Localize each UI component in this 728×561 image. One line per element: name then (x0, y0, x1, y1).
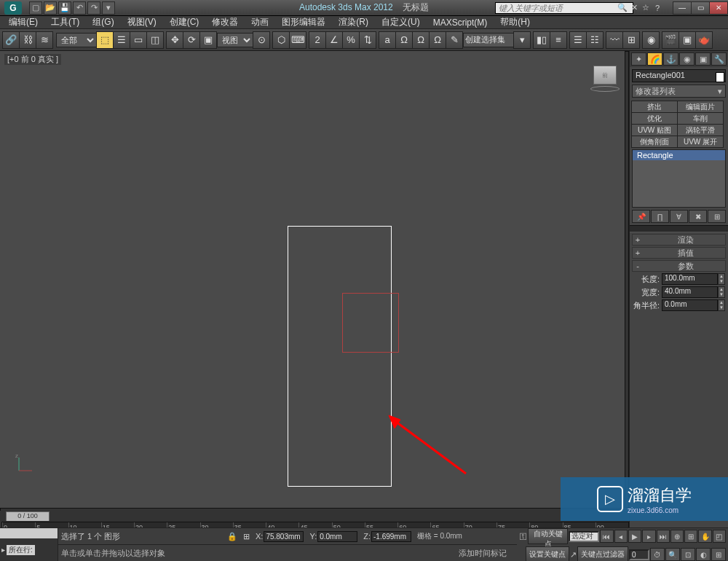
mod-optimize[interactable]: 优化 (631, 112, 678, 125)
tab-hierarchy-icon[interactable]: ⚓ (663, 52, 678, 66)
move-icon[interactable]: ✥ (166, 31, 183, 49)
render-frame-icon[interactable]: ▣ (678, 31, 696, 49)
time-slider[interactable]: 0 / 100 (6, 511, 50, 522)
tab-modify-icon[interactable]: 🌈 (647, 52, 662, 66)
keyboard-icon[interactable]: ⌨ (289, 31, 306, 49)
qat-undo-icon[interactable]: ↶ (73, 1, 86, 15)
mod-bevelprofile[interactable]: 倒角剖面 (631, 136, 678, 148)
key-icon[interactable]: ⚿ (519, 532, 527, 541)
qat-redo-icon[interactable]: ↷ (87, 1, 100, 15)
qat-dropdown-icon[interactable]: ▾ (102, 1, 115, 15)
mod-turbosmooth[interactable]: 涡轮平滑 (677, 124, 724, 136)
object-name-field[interactable]: Rectangle001 (632, 69, 726, 82)
viewport-label[interactable]: [+0 前 0 真实 ] (4, 54, 61, 65)
rollout-parameters[interactable]: -参数 (632, 260, 726, 272)
menu-create[interactable]: 创建(C) (164, 15, 205, 29)
next-frame-icon[interactable]: ▸ (642, 530, 655, 543)
link-icon[interactable]: 🔗 (2, 31, 20, 49)
selection-filter[interactable]: 全部 (56, 33, 97, 47)
snap-2d-icon[interactable]: 2 (309, 31, 326, 49)
nav7-icon[interactable]: ◐ (696, 548, 711, 561)
nav3-icon[interactable]: ✋ (698, 530, 711, 543)
corner-field[interactable]: 0.0mm (662, 299, 718, 311)
nav5-icon[interactable]: 🔍 (665, 548, 680, 561)
viewcube-compass[interactable] (590, 86, 620, 92)
rotate-icon[interactable]: ⟳ (183, 31, 200, 49)
keymode-icon[interactable]: ↗ (570, 550, 577, 560)
search-icon[interactable]: 🔍 (617, 3, 628, 13)
render-icon[interactable]: 🫖 (695, 31, 713, 49)
keyfilter-button[interactable]: 关键点过滤器 (577, 546, 628, 561)
tab-utilities-icon[interactable]: 🔧 (711, 52, 727, 66)
mod-uvwmap[interactable]: UVW 贴图 (631, 124, 678, 136)
viewport-scrollbar-v[interactable] (625, 51, 629, 508)
ref-coord-system[interactable]: 视图 (217, 33, 253, 47)
menu-graph[interactable]: 图形编辑器 (276, 15, 331, 29)
menu-modifier[interactable]: 修改器 (206, 15, 244, 29)
render-setup-icon[interactable]: 🎬 (662, 31, 679, 49)
qat-open-icon[interactable]: 📂 (44, 1, 57, 15)
menu-custom[interactable]: 自定义(U) (376, 15, 426, 29)
object-color-swatch[interactable] (716, 72, 724, 82)
z-field[interactable] (371, 531, 411, 542)
mirror-icon[interactable]: ▮▯ (533, 31, 550, 49)
window-cross-icon[interactable]: ◫ (146, 31, 164, 49)
menu-tools[interactable]: 工具(T) (45, 15, 85, 29)
length-spinner[interactable]: ▲▼ (718, 273, 725, 285)
app-icon[interactable]: G (4, 1, 22, 15)
snap-o3-icon[interactable]: Ω (429, 31, 446, 49)
scale-icon[interactable]: ▣ (199, 31, 217, 49)
prev-frame-icon[interactable]: ◂ (614, 530, 628, 543)
goto-start-icon[interactable]: ⏮ (600, 530, 613, 543)
width-spinner[interactable]: ▲▼ (718, 286, 725, 298)
menu-maxscript[interactable]: MAXScript(M) (427, 17, 494, 28)
select-name-icon[interactable]: ☰ (113, 31, 130, 49)
menu-render[interactable]: 渲染(R) (333, 15, 374, 29)
goto-end-icon[interactable]: ⏭ (657, 530, 670, 543)
tab-motion-icon[interactable]: ◉ (679, 52, 695, 66)
current-frame-field[interactable] (629, 549, 649, 560)
viewcube[interactable]: 前 (590, 66, 620, 96)
named-selection-set[interactable] (463, 33, 514, 47)
unlink-icon[interactable]: ⛓ (19, 31, 36, 49)
menu-edit[interactable]: 编辑(E) (3, 15, 44, 29)
y-field[interactable] (317, 531, 357, 542)
maximize-button[interactable]: ▭ (691, 1, 710, 15)
nav4-icon[interactable]: ◰ (713, 530, 726, 543)
setkey-button[interactable]: 设置关键点 (526, 546, 569, 561)
pivot-icon[interactable]: ⊙ (253, 31, 270, 49)
time-config-icon[interactable]: ⏱ (650, 548, 665, 561)
layer-icon[interactable]: ☰ (569, 31, 587, 49)
tab-create-icon[interactable]: ✦ (631, 52, 646, 66)
snap-o2-icon[interactable]: Ω (412, 31, 430, 49)
x-field[interactable] (264, 531, 304, 542)
snap-edit-icon[interactable]: ✎ (446, 31, 463, 49)
manipulate-icon[interactable]: ⬡ (272, 31, 290, 49)
modifier-list-dropdown[interactable]: 修改器列表 ▾ (632, 85, 726, 98)
menu-animation[interactable]: 动画 (245, 15, 274, 29)
rollout-render[interactable]: +渲染 (632, 234, 726, 246)
select-rect-icon[interactable]: ▭ (130, 31, 147, 49)
tab-display-icon[interactable]: ▣ (695, 52, 711, 66)
curve-editor-icon[interactable]: 〰 (606, 31, 623, 49)
lock-icon[interactable]: 🔒 (227, 532, 237, 541)
rollout-interpolation[interactable]: +插值 (632, 247, 726, 259)
viewport[interactable]: [+0 前 0 真实 ] 前 z (0, 51, 629, 511)
length-field[interactable]: 100.0mm (662, 273, 718, 285)
coord-toggle-icon[interactable]: ⊞ (243, 532, 250, 541)
pin-stack-icon[interactable]: 📌 (632, 210, 650, 223)
qat-new-icon[interactable]: ▢ (29, 1, 42, 15)
help-icon[interactable]: ? (652, 3, 662, 13)
mod-extrude[interactable]: 挤出 (631, 101, 678, 113)
snap-o1-icon[interactable]: Ω (395, 31, 413, 49)
close-button[interactable]: ✕ (709, 1, 728, 15)
add-time-tag[interactable]: 添加时间标记 (459, 548, 507, 559)
snap-angle-icon[interactable]: ∠ (325, 31, 343, 49)
select-icon[interactable]: ⬚ (96, 31, 114, 49)
help-search-input[interactable] (495, 2, 633, 14)
snap-a-icon[interactable]: a (379, 31, 396, 49)
modifier-stack[interactable]: Rectangle (632, 149, 726, 208)
schematic-icon[interactable]: ⊞ (622, 31, 640, 49)
autokey-button[interactable]: 自动关键点 (528, 528, 568, 544)
mod-uvwunwrap[interactable]: UVW 展开 (677, 136, 724, 148)
